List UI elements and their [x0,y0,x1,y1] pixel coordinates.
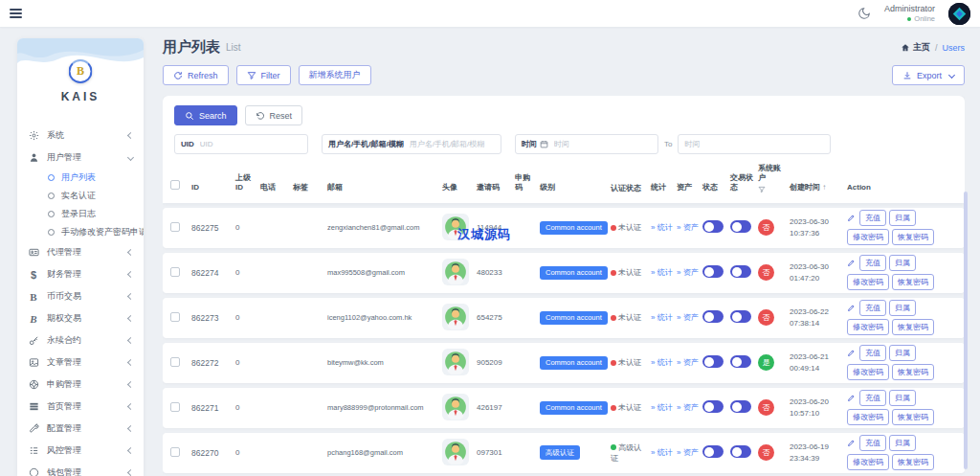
trade-status-toggle[interactable] [730,400,751,413]
uid-input[interactable] [200,140,307,148]
time-from-input[interactable] [554,140,657,148]
edit-pencil-icon[interactable] [847,349,856,357]
menu-toggle-icon[interactable] [10,9,22,18]
row-avatar[interactable] [442,304,469,330]
status-toggle[interactable] [702,310,724,323]
row-checkbox[interactable] [170,447,180,457]
assets-link[interactable]: » 资产 [677,312,702,323]
change-password-button[interactable]: 修改密码 [847,364,889,380]
recharge-button[interactable]: 充值 [859,345,886,361]
export-button[interactable]: Export [892,65,965,85]
level-badge[interactable]: Common account [540,401,608,415]
level-badge[interactable]: Common account [540,311,608,325]
sidebar-item-agent-management[interactable]: 代理管理 [17,241,144,263]
recharge-button[interactable]: 充值 [859,435,886,451]
level-badge[interactable]: Common account [540,356,608,370]
recharge-button[interactable]: 充值 [859,300,886,316]
restore-password-button[interactable]: 恢复密码 [892,274,934,290]
belong-button[interactable]: 归属 [889,345,916,361]
row-checkbox[interactable] [170,222,180,232]
breadcrumb-home[interactable]: 主页 [901,41,930,54]
assets-link[interactable]: » 资产 [677,267,702,278]
sidebar-item-homepage-management[interactable]: 首页管理 [17,396,144,418]
restore-password-button[interactable]: 恢复密码 [892,364,934,380]
reset-button[interactable]: Reset [245,105,303,125]
status-toggle[interactable] [702,355,724,368]
sidebar-item-article-management[interactable]: 文章管理 [17,351,144,374]
status-toggle[interactable] [702,265,724,278]
assets-link[interactable]: » 资产 [677,447,702,458]
stats-link[interactable]: » 统计 [651,447,677,458]
trade-status-toggle[interactable] [730,220,751,233]
select-all-checkbox[interactable] [170,180,180,190]
sidebar-item-user-list[interactable]: 用户列表 [17,169,144,187]
edit-pencil-icon[interactable] [847,259,856,267]
refresh-button[interactable]: Refresh [163,65,229,85]
status-toggle[interactable] [702,400,724,413]
row-checkbox[interactable] [170,267,180,277]
belong-button[interactable]: 归属 [889,210,916,226]
breadcrumb-current[interactable]: Users [942,43,965,53]
change-password-button[interactable]: 修改密码 [847,274,889,290]
level-badge[interactable]: Common account [540,266,608,280]
row-checkbox[interactable] [170,402,180,412]
sidebar-item-system[interactable]: 系统 [17,125,144,147]
level-badge[interactable]: Common account [540,221,608,235]
recharge-button[interactable]: 充值 [859,390,886,406]
stats-link[interactable]: » 统计 [651,312,677,323]
sidebar-item-subscription-management[interactable]: 申购管理 [17,374,144,396]
edit-pencil-icon[interactable] [847,214,856,222]
belong-button[interactable]: 归属 [889,390,916,406]
assets-link[interactable]: » 资产 [677,402,702,413]
change-password-button[interactable]: 修改密码 [847,229,889,245]
sidebar-item-options-trading[interactable]: B 期权交易 [17,307,144,329]
sidebar-item-finance-management[interactable]: $ 财务管理 [17,263,144,285]
sidebar-item-login-log[interactable]: 登录日志 [17,205,144,223]
row-checkbox[interactable] [170,357,180,367]
restore-password-button[interactable]: 恢复密码 [892,454,934,470]
status-toggle[interactable] [702,220,724,233]
sidebar-item-config-management[interactable]: 配置管理 [17,418,144,440]
trade-status-toggle[interactable] [730,265,751,278]
add-system-user-button[interactable]: 新增系统用户 [299,65,371,85]
sidebar-item-risk-management[interactable]: 风控管理 [17,440,144,462]
trade-status-toggle[interactable] [730,355,751,368]
edit-pencil-icon[interactable] [847,394,856,402]
restore-password-button[interactable]: 恢复密码 [892,229,934,245]
user-avatar[interactable] [948,3,970,25]
trade-status-toggle[interactable] [730,310,751,323]
stats-link[interactable]: » 统计 [651,402,677,413]
user-filter-input[interactable] [410,140,501,148]
col-created-time[interactable]: 创建时间 ↑ [790,182,847,193]
sidebar-item-perpetual-contract[interactable]: 永续合约 [17,329,144,351]
edit-pencil-icon[interactable] [847,304,856,312]
stats-link[interactable]: » 统计 [651,222,677,233]
stats-link[interactable]: » 统计 [651,267,677,278]
row-avatar[interactable] [442,394,469,420]
restore-password-button[interactable]: 恢复密码 [892,319,934,335]
row-checkbox[interactable] [170,312,180,322]
change-password-button[interactable]: 修改密码 [847,454,889,470]
stats-link[interactable]: » 统计 [651,357,677,368]
filter-funnel-icon[interactable] [758,186,766,193]
sidebar-item-user-management[interactable]: 用户管理 [17,147,144,169]
belong-button[interactable]: 归属 [889,255,916,271]
status-toggle[interactable] [702,445,724,458]
sidebar-item-real-name-auth[interactable]: 实名认证 [17,187,144,205]
trade-status-toggle[interactable] [730,445,751,458]
assets-link[interactable]: » 资产 [677,357,702,368]
sidebar-item-wallet-management[interactable]: 钱包管理 [17,462,144,476]
row-avatar[interactable] [442,439,469,465]
edit-pencil-icon[interactable] [847,439,856,447]
assets-link[interactable]: » 资产 [677,222,702,233]
change-password-button[interactable]: 修改密码 [847,319,889,335]
vertical-scrollbar[interactable] [964,192,968,469]
recharge-button[interactable]: 充值 [859,210,886,226]
recharge-button[interactable]: 充值 [859,255,886,271]
belong-button[interactable]: 归属 [889,300,916,316]
change-password-button[interactable]: 修改密码 [847,409,889,425]
belong-button[interactable]: 归属 [889,435,916,451]
row-avatar[interactable] [442,259,469,285]
restore-password-button[interactable]: 恢复密码 [892,409,934,425]
search-button[interactable]: Search [174,105,237,125]
